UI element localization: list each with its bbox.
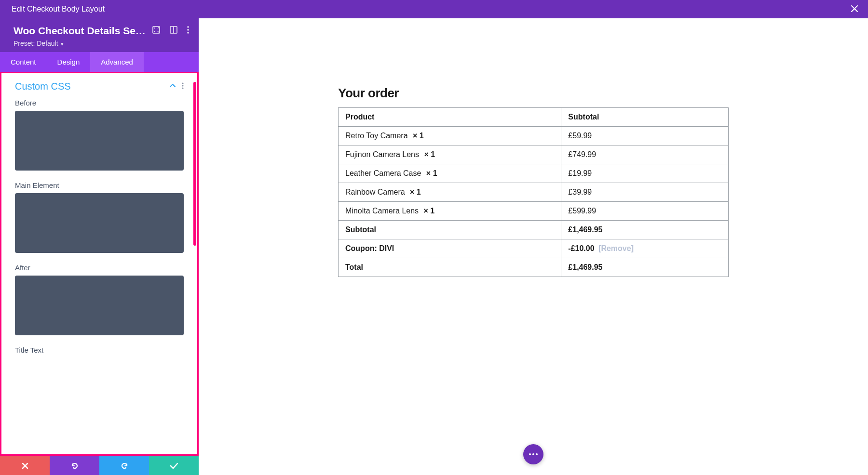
- product-qty: × 1: [424, 169, 437, 177]
- top-bar: Edit Checkout Body Layout: [0, 0, 868, 18]
- total-value: £1,469.95: [561, 258, 729, 277]
- product-name: Rainbow Camera: [345, 188, 405, 196]
- kebab-menu-icon[interactable]: [187, 26, 189, 36]
- table-row: Rainbow Camera × 1£39.99: [339, 183, 729, 202]
- chevron-up-icon[interactable]: [169, 82, 176, 91]
- label-before: Before: [15, 99, 184, 107]
- order-heading: Your order: [338, 86, 729, 101]
- subtotal-value: £1,469.95: [561, 221, 729, 239]
- save-button[interactable]: [149, 456, 199, 475]
- col-subtotal: Subtotal: [561, 108, 729, 127]
- caret-down-icon: ▾: [59, 41, 64, 47]
- expand-icon[interactable]: [152, 26, 160, 36]
- fab-menu[interactable]: [523, 444, 543, 464]
- product-cell: Minolta Camera Lens × 1: [339, 202, 561, 221]
- product-name: Minolta Camera Lens: [345, 207, 419, 215]
- price-cell: £599.99: [561, 202, 729, 221]
- price-cell: £19.99: [561, 164, 729, 183]
- settings-sidebar: Woo Checkout Details Setti… Preset: Defa…: [0, 18, 199, 475]
- panel-body: Custom CSS Before Main Element After: [1, 73, 197, 454]
- label-title-text: Title Text: [15, 346, 184, 354]
- panel-highlight: Custom CSS Before Main Element After: [0, 72, 199, 456]
- tab-advanced[interactable]: Advanced: [90, 52, 144, 72]
- product-cell: Leather Camera Case × 1: [339, 164, 561, 183]
- subtotal-label: Subtotal: [339, 221, 561, 239]
- svg-point-8: [182, 87, 183, 89]
- cancel-button[interactable]: [0, 456, 50, 475]
- svg-point-7: [182, 85, 183, 86]
- label-after: After: [15, 264, 184, 272]
- price-cell: £749.99: [561, 145, 729, 164]
- section-title: Custom CSS: [15, 81, 71, 92]
- svg-point-4: [187, 29, 189, 31]
- product-qty: × 1: [422, 150, 435, 158]
- tab-content[interactable]: Content: [0, 52, 47, 72]
- module-header: Woo Checkout Details Setti… Preset: Defa…: [0, 18, 199, 52]
- scrollbar[interactable]: [193, 82, 196, 246]
- section-header[interactable]: Custom CSS: [15, 81, 184, 92]
- redo-button[interactable]: [99, 456, 149, 475]
- tab-design[interactable]: Design: [47, 52, 91, 72]
- product-qty: × 1: [421, 207, 434, 215]
- total-label: Total: [339, 258, 561, 277]
- product-qty: × 1: [411, 132, 424, 140]
- close-icon[interactable]: [851, 4, 858, 14]
- responsive-icon[interactable]: [170, 26, 177, 36]
- svg-point-5: [187, 32, 189, 34]
- label-main-element: Main Element: [15, 181, 184, 189]
- price-cell: £59.99: [561, 127, 729, 145]
- coupon-cell: -£10.00 [Remove]: [561, 239, 729, 258]
- product-name: Leather Camera Case: [345, 169, 421, 177]
- table-row: Fujinon Camera Lens × 1£749.99: [339, 145, 729, 164]
- css-input-main-element[interactable]: [15, 193, 184, 253]
- col-product: Product: [339, 108, 561, 127]
- table-row: Retro Toy Camera × 1£59.99: [339, 127, 729, 145]
- coupon-remove-link[interactable]: [Remove]: [598, 244, 634, 252]
- product-name: Fujinon Camera Lens: [345, 150, 419, 158]
- undo-button[interactable]: [50, 456, 99, 475]
- coupon-value: -£10.00: [568, 244, 594, 252]
- css-input-before[interactable]: [15, 111, 184, 171]
- product-cell: Retro Toy Camera × 1: [339, 127, 561, 145]
- table-row: Leather Camera Case × 1£19.99: [339, 164, 729, 183]
- price-cell: £39.99: [561, 183, 729, 202]
- preset-selector[interactable]: Preset: Default ▾: [14, 40, 189, 47]
- product-qty: × 1: [408, 188, 421, 196]
- product-name: Retro Toy Camera: [345, 132, 408, 140]
- preview-canvas: Your order Product Subtotal Retro Toy Ca…: [199, 18, 868, 475]
- css-input-after[interactable]: [15, 276, 184, 335]
- kebab-menu-icon[interactable]: [182, 82, 184, 91]
- svg-point-3: [187, 26, 189, 28]
- order-table: Product Subtotal Retro Toy Camera × 1£59…: [338, 107, 729, 277]
- module-title: Woo Checkout Details Setti…: [14, 25, 146, 37]
- preset-label: Preset: Default: [14, 40, 58, 47]
- top-bar-title: Edit Checkout Body Layout: [12, 5, 105, 13]
- product-cell: Rainbow Camera × 1: [339, 183, 561, 202]
- order-block: Your order Product Subtotal Retro Toy Ca…: [338, 86, 729, 277]
- product-cell: Fujinon Camera Lens × 1: [339, 145, 561, 164]
- coupon-label: Coupon: DIVI: [339, 239, 561, 258]
- table-row: Minolta Camera Lens × 1£599.99: [339, 202, 729, 221]
- action-bar: [0, 456, 199, 475]
- svg-point-6: [182, 82, 183, 84]
- more-icon: [529, 453, 538, 455]
- settings-tabs: Content Design Advanced: [0, 52, 199, 72]
